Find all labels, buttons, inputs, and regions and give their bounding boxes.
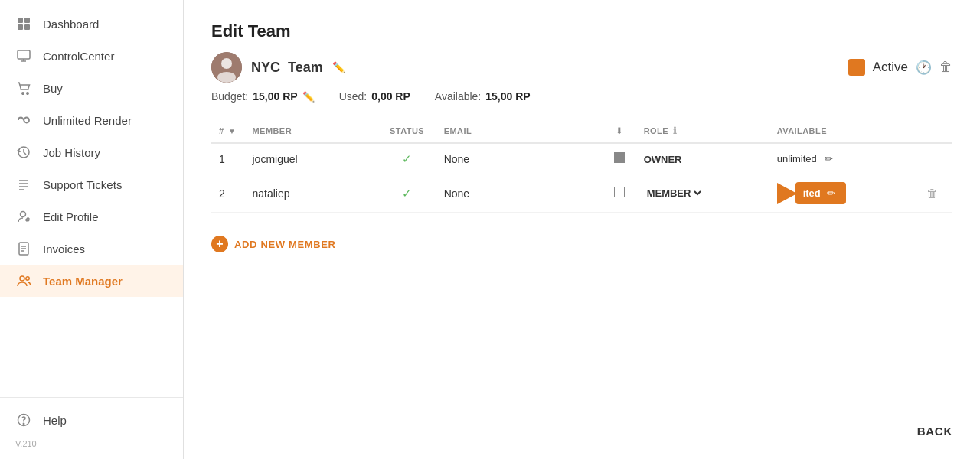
budget-row: Budget: 15,00 RP ✏️ Used: 0,00 RP Availa…: [211, 90, 952, 103]
svg-point-7: [22, 93, 24, 94]
sidebar-label-help: Help: [43, 414, 67, 427]
row2-available-edit-icon[interactable]: ✏: [824, 186, 838, 200]
version-label: V.210: [0, 436, 183, 451]
sidebar-item-buy[interactable]: Buy: [0, 72, 183, 104]
doc-icon: [15, 240, 32, 257]
row2-role: MEMBER OWNER VIEWER: [636, 174, 769, 213]
svg-rect-3: [24, 24, 30, 30]
sidebar-item-controlcenter[interactable]: ControlCenter: [0, 40, 183, 72]
available-value: 15,00 RP: [485, 90, 530, 103]
row1-role-val: OWNER: [644, 154, 682, 165]
sidebar-label-buy: Buy: [43, 82, 63, 95]
sidebar-item-invoices[interactable]: Invoices: [0, 233, 183, 265]
sidebar-label-support-tickets: Support Tickets: [43, 178, 122, 191]
row2-num: 2: [211, 174, 245, 213]
row1-member: jocmiguel: [245, 143, 378, 174]
row1-email: None: [436, 143, 603, 174]
row1-check-icon: ✓: [402, 152, 412, 165]
team-icon: [15, 272, 32, 289]
sidebar-item-unlimited-render[interactable]: Unlimited Render: [0, 104, 183, 136]
row1-dl: [603, 143, 636, 174]
table-row: 2 nataliep ✓ None MEMBER OWNER: [211, 174, 952, 213]
sidebar-label-unlimited-render: Unlimited Render: [43, 114, 132, 127]
table-header-row: # ▼ MEMBER STATUS EMAIL ⬇ ROLE ℹ: [211, 119, 952, 143]
active-status-label: Active: [873, 60, 908, 75]
used-value: 0,00 RP: [371, 90, 410, 103]
sidebar-item-edit-profile[interactable]: Edit Profile: [0, 200, 183, 233]
col-header-role: ROLE ℹ: [636, 119, 769, 143]
user-edit-icon: [15, 208, 32, 225]
row1-num: 1: [211, 143, 245, 174]
row2-available-val: ited: [803, 187, 821, 199]
members-table: # ▼ MEMBER STATUS EMAIL ⬇ ROLE ℹ: [211, 119, 952, 213]
team-name-edit-icon[interactable]: ✏️: [332, 61, 345, 73]
role-header-label: ROLE: [644, 126, 668, 135]
infinite-icon: [15, 112, 32, 129]
row1-member-val: jocmiguel: [253, 153, 298, 165]
sidebar-label-job-history: Job History: [43, 146, 100, 159]
row2-email: None: [436, 174, 603, 213]
row2-available-arrow: ited ✏: [777, 182, 912, 204]
row2-delete-icon[interactable]: 🗑: [926, 187, 938, 200]
budget-item: Budget: 15,00 RP ✏️: [211, 90, 315, 103]
row2-num-val: 2: [219, 187, 225, 200]
sidebar-label-edit-profile: Edit Profile: [43, 210, 99, 223]
page-title: Edit Team: [211, 21, 952, 41]
row2-role-select[interactable]: MEMBER OWNER VIEWER: [644, 187, 704, 200]
sidebar-item-dashboard[interactable]: Dashboard: [0, 8, 183, 40]
table-row: 1 jocmiguel ✓ None OWNER: [211, 143, 952, 174]
cart-icon: [15, 80, 32, 96]
role-info-icon: ℹ: [673, 125, 677, 136]
row1-actions: [919, 143, 952, 174]
row2-email-val: None: [444, 187, 469, 200]
sidebar-item-support-tickets[interactable]: Support Tickets: [0, 168, 183, 200]
help-icon: [15, 412, 32, 428]
row2-status: ✓: [378, 174, 436, 213]
svg-rect-2: [18, 24, 23, 30]
team-avatar: [211, 52, 242, 83]
col-header-email: EMAIL: [436, 119, 603, 143]
col-header-dl: ⬇: [603, 119, 636, 143]
add-member-label: ADD NEW MEMBER: [234, 239, 336, 250]
sidebar-label-controlcenter: ControlCenter: [43, 50, 114, 63]
active-color-swatch: [848, 59, 865, 76]
monitor-icon: [15, 47, 32, 64]
row1-num-val: 1: [219, 153, 225, 165]
sidebar-item-help[interactable]: Help: [0, 404, 183, 436]
sidebar-item-team-manager[interactable]: Team Manager: [0, 265, 183, 297]
history-clock-icon[interactable]: 🕐: [916, 60, 932, 76]
delete-team-icon[interactable]: 🗑: [939, 60, 952, 75]
email-header-label: EMAIL: [444, 126, 472, 135]
team-name: NYC_Team: [251, 60, 323, 76]
sidebar-label-dashboard: Dashboard: [43, 18, 99, 31]
row1-available: unlimited ✏: [769, 143, 920, 174]
col-header-num: # ▼: [211, 119, 245, 143]
row2-available: ited ✏: [769, 174, 920, 213]
row2-checkbox[interactable]: [614, 187, 625, 197]
row2-dl: [603, 174, 636, 213]
sort-icon[interactable]: ▼: [228, 127, 236, 135]
budget-value: 15,00 RP: [253, 90, 297, 103]
orange-arrow-icon: [777, 183, 797, 204]
row1-available-val: unlimited: [777, 153, 817, 164]
row2-member: nataliep: [245, 174, 378, 213]
row1-available-cell: unlimited ✏: [777, 151, 912, 166]
row2-check-icon: ✓: [402, 187, 412, 200]
add-member-row[interactable]: + ADD NEW MEMBER: [211, 236, 952, 252]
budget-label: Budget:: [211, 90, 248, 103]
budget-edit-icon[interactable]: ✏️: [302, 91, 315, 103]
svg-rect-1: [24, 18, 30, 23]
svg-point-25: [217, 72, 236, 83]
member-header-label: MEMBER: [253, 126, 292, 135]
available-item: Available: 15,00 RP: [435, 90, 531, 103]
grid-icon: [15, 15, 32, 32]
sidebar-item-job-history[interactable]: Job History: [0, 136, 183, 168]
sidebar-label-team-manager: Team Manager: [43, 275, 122, 288]
active-badge-area: Active 🕐 🗑: [848, 59, 952, 76]
row1-available-edit-icon[interactable]: ✏: [822, 151, 836, 166]
svg-point-19: [20, 276, 24, 281]
used-label: Used:: [339, 90, 368, 103]
back-button[interactable]: BACK: [917, 425, 952, 438]
row2-available-highlight: ited ✏: [795, 182, 846, 204]
row1-checkbox[interactable]: [614, 152, 625, 163]
